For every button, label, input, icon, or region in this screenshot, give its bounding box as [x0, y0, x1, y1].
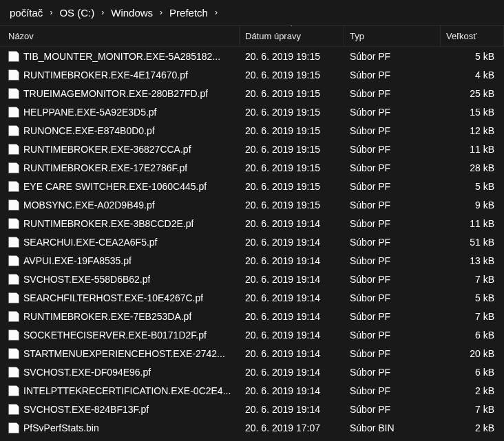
- file-date: 20. 6. 2019 19:14: [240, 290, 344, 306]
- file-row[interactable]: STARTMENUEXPERIENCEHOST.EXE-2742...20. 6…: [0, 344, 504, 363]
- file-row[interactable]: RUNONCE.EXE-E874B0D0.pf20. 6. 2019 19:15…: [0, 121, 504, 140]
- file-row[interactable]: RUNTIMEBROKER.EXE-7EB253DA.pf20. 6. 2019…: [0, 307, 504, 325]
- file-size: 7 kB: [441, 271, 504, 288]
- file-icon: [8, 218, 19, 229]
- file-type: Súbor PF: [344, 197, 441, 213]
- column-header-row: Názov ˅ Dátum úpravy Typ Veľkosť: [0, 25, 504, 47]
- file-row[interactable]: RUNTIMEBROKER.EXE-17E2786F.pf20. 6. 2019…: [0, 158, 504, 177]
- file-icon: [8, 69, 19, 80]
- file-date: 20. 6. 2019 19:15: [240, 67, 344, 83]
- file-icon: [8, 367, 19, 378]
- file-name: PfSvPerfStats.bin: [23, 422, 99, 433]
- file-row[interactable]: AVPUI.EXE-19FA8535.pf20. 6. 2019 19:14Sú…: [0, 251, 504, 270]
- file-row[interactable]: HELPPANE.EXE-5A92E3D5.pf20. 6. 2019 19:1…: [0, 103, 504, 121]
- file-row[interactable]: SVCHOST.EXE-DF094E96.pf20. 6. 2019 19:14…: [0, 363, 504, 381]
- breadcrumb-crumb[interactable]: Windows: [108, 6, 156, 20]
- file-size: 5 kB: [441, 48, 504, 65]
- file-name: SVCHOST.EXE-824BF13F.pf: [23, 404, 149, 415]
- file-row[interactable]: INTELPTTEKRECERTIFICATION.EXE-0C2E4...20…: [0, 381, 504, 400]
- file-name: AVPUI.EXE-19FA8535.pf: [23, 255, 132, 266]
- file-date: 20. 6. 2019 19:15: [240, 160, 344, 176]
- file-date: 20. 6. 2019 19:15: [240, 104, 344, 120]
- file-row[interactable]: PfSvPerfStats.bin20. 6. 2019 17:07Súbor …: [0, 418, 504, 437]
- file-icon: [8, 181, 19, 192]
- file-row[interactable]: MOBSYNC.EXE-A02D9B49.pf20. 6. 2019 19:15…: [0, 195, 504, 214]
- breadcrumb-crumb[interactable]: Prefetch: [167, 6, 211, 20]
- file-name: RUNTIMEBROKER.EXE-4E174670.pf: [23, 69, 188, 80]
- file-type: Súbor PF: [344, 383, 441, 399]
- file-list: TIB_MOUNTER_MONITOR.EXE-5A285182...20. 6…: [0, 47, 504, 437]
- file-row[interactable]: SVCHOST.EXE-558D6B62.pf20. 6. 2019 19:14…: [0, 270, 504, 288]
- file-name: SEARCHUI.EXE-CEA2A6F5.pf: [23, 237, 158, 248]
- file-size: 6 kB: [441, 327, 504, 343]
- file-name: RUNTIMEBROKER.EXE-17E2786F.pf: [23, 162, 187, 173]
- file-size: 12 kB: [441, 122, 504, 139]
- file-type: Súbor PF: [344, 308, 441, 325]
- column-header-name[interactable]: Názov: [0, 25, 240, 46]
- chevron-right-icon: ›: [97, 8, 108, 17]
- file-type: Súbor PF: [344, 85, 441, 102]
- file-name: SEARCHFILTERHOST.EXE-10E4267C.pf: [23, 292, 203, 303]
- file-type: Súbor PF: [344, 48, 441, 65]
- file-name: RUNTIMEBROKER.EXE-7EB253DA.pf: [23, 311, 191, 322]
- file-type: Súbor PF: [344, 401, 441, 418]
- file-type: Súbor PF: [344, 345, 441, 362]
- file-type: Súbor PF: [344, 122, 441, 139]
- column-header-label: Dátum úpravy: [245, 31, 301, 41]
- file-size: 25 kB: [441, 85, 504, 102]
- file-date: 20. 6. 2019 19:14: [240, 271, 344, 288]
- column-header-type[interactable]: Typ: [344, 25, 441, 46]
- file-icon: [8, 385, 19, 396]
- file-icon: [8, 162, 19, 173]
- file-icon: [8, 144, 19, 155]
- file-row[interactable]: RUNTIMEBROKER.EXE-36827CCA.pf20. 6. 2019…: [0, 140, 504, 158]
- file-size: 28 kB: [441, 160, 504, 176]
- column-header-date[interactable]: ˅ Dátum úpravy: [240, 25, 344, 46]
- file-size: 6 kB: [441, 364, 504, 380]
- file-row[interactable]: EYE CARE SWITCHER.EXE-1060C445.pf20. 6. …: [0, 177, 504, 195]
- file-row[interactable]: SOCKETHECISERVER.EXE-B0171D2F.pf20. 6. 2…: [0, 325, 504, 344]
- column-header-size[interactable]: Veľkosť: [441, 25, 504, 46]
- file-name: TRUEIMAGEMONITOR.EXE-280B27FD.pf: [23, 88, 208, 99]
- file-date: 20. 6. 2019 19:15: [240, 197, 344, 213]
- file-size: 11 kB: [441, 215, 504, 232]
- file-size: 13 kB: [441, 252, 504, 269]
- file-name: HELPPANE.EXE-5A92E3D5.pf: [23, 107, 157, 118]
- file-row[interactable]: TIB_MOUNTER_MONITOR.EXE-5A285182...20. 6…: [0, 47, 504, 65]
- file-date: 20. 6. 2019 19:15: [240, 178, 344, 195]
- column-header-label: Veľkosť: [446, 31, 476, 41]
- file-type: Súbor PF: [344, 178, 441, 195]
- file-type: Súbor BIN: [344, 420, 441, 436]
- file-icon: [8, 237, 19, 248]
- file-name: RUNTIMEBROKER.EXE-3B8CCD2E.pf: [23, 218, 193, 229]
- breadcrumb-crumb[interactable]: počítač: [7, 6, 45, 20]
- file-type: Súbor PF: [344, 215, 441, 232]
- file-icon: [8, 255, 19, 266]
- column-header-label: Názov: [8, 31, 34, 41]
- file-size: 5 kB: [441, 290, 504, 306]
- file-date: 20. 6. 2019 19:15: [240, 122, 344, 139]
- file-row[interactable]: TRUEIMAGEMONITOR.EXE-280B27FD.pf20. 6. 2…: [0, 84, 504, 103]
- file-name: SOCKETHECISERVER.EXE-B0171D2F.pf: [23, 330, 207, 341]
- file-date: 20. 6. 2019 19:15: [240, 85, 344, 102]
- file-name: STARTMENUEXPERIENCEHOST.EXE-2742...: [23, 348, 225, 359]
- file-name: TIB_MOUNTER_MONITOR.EXE-5A285182...: [23, 51, 220, 62]
- file-name: EYE CARE SWITCHER.EXE-1060C445.pf: [23, 181, 207, 192]
- file-size: 9 kB: [441, 197, 504, 213]
- file-size: 20 kB: [441, 345, 504, 362]
- file-icon: [8, 292, 19, 303]
- file-type: Súbor PF: [344, 271, 441, 288]
- file-size: 15 kB: [441, 104, 504, 120]
- file-row[interactable]: RUNTIMEBROKER.EXE-3B8CCD2E.pf20. 6. 2019…: [0, 214, 504, 233]
- breadcrumb[interactable]: počítač › OS (C:) › Windows › Prefetch ›: [0, 0, 504, 25]
- file-row[interactable]: RUNTIMEBROKER.EXE-4E174670.pf20. 6. 2019…: [0, 65, 504, 84]
- file-row[interactable]: SEARCHUI.EXE-CEA2A6F5.pf20. 6. 2019 19:1…: [0, 233, 504, 251]
- file-row[interactable]: SVCHOST.EXE-824BF13F.pf20. 6. 2019 19:14…: [0, 400, 504, 418]
- breadcrumb-crumb[interactable]: OS (C:): [56, 6, 97, 20]
- file-date: 20. 6. 2019 19:15: [240, 141, 344, 158]
- file-size: 11 kB: [441, 141, 504, 158]
- file-row[interactable]: SEARCHFILTERHOST.EXE-10E4267C.pf20. 6. 2…: [0, 288, 504, 307]
- file-size: 2 kB: [441, 420, 504, 436]
- file-size: 4 kB: [441, 67, 504, 83]
- file-date: 20. 6. 2019 19:14: [240, 383, 344, 399]
